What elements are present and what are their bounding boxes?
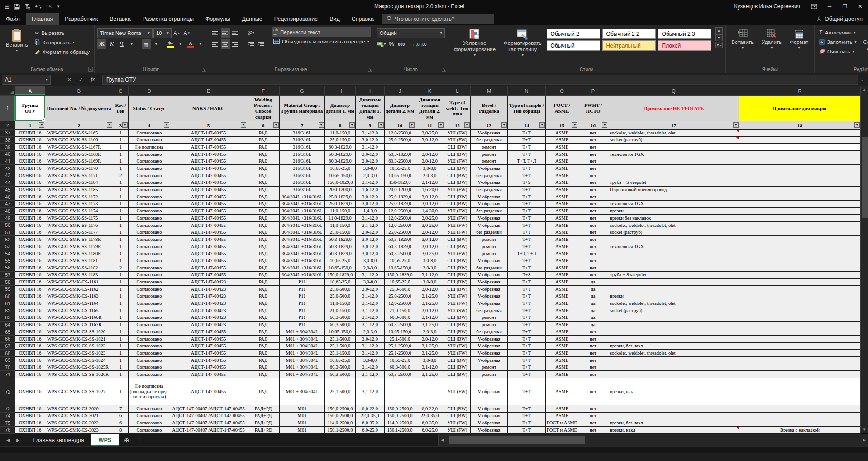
cell-A40[interactable]: ОХНВП 16 [15, 151, 45, 158]
cell-M51[interactable]: без разделки [471, 229, 508, 236]
cell-Q67[interactable]: врезки, без накл [608, 342, 739, 350]
conditional-formatting-button[interactable]: ≠ Условное форматирование▾ [451, 27, 499, 58]
filter-button-R[interactable]: ▼ [854, 122, 860, 128]
cell-B42[interactable]: WPS-GCC-SMK-SS-1170 [45, 165, 113, 172]
cell-E53[interactable]: АЦСТ-147-00455 [170, 243, 247, 250]
cell-J52[interactable]: 60,3-1829,0 [385, 236, 415, 243]
cell-O71[interactable]: ASME [546, 371, 578, 378]
cell-D49[interactable]: Согласовано [129, 215, 170, 222]
cell-R51[interactable] [739, 229, 861, 236]
cell-R71[interactable] [739, 371, 861, 378]
fill-handle[interactable] [42, 118, 45, 121]
cell-H63[interactable]: 60,3-500,0 [325, 314, 356, 321]
cell-Q57[interactable]: труба + Sweepolet [608, 271, 739, 279]
cell-O67[interactable]: ASME [546, 342, 578, 350]
cell-G38[interactable]: 316/316L [280, 136, 325, 144]
cell-Q50[interactable]: sockolet, weldolet, threadolet, olet [608, 221, 739, 229]
cell-N54[interactable]: Т+Т, Т+Л [508, 250, 546, 257]
cell-G57[interactable]: 304/304L +316/316L [280, 271, 325, 279]
cell-D76[interactable]: Согласовано [129, 427, 170, 434]
row-header-69[interactable]: 69 [0, 357, 15, 364]
filter-button-I[interactable]: ▼ [378, 122, 384, 128]
cell-H72[interactable]: 25,1-500,0 [325, 378, 356, 405]
cell-H38[interactable]: 25,0-150,0 [325, 136, 356, 144]
cell-R49[interactable] [739, 215, 861, 222]
cell-F74[interactable]: РАД+РД [247, 412, 280, 419]
filter-button-L[interactable]: ▼ [464, 122, 470, 128]
cell-P54[interactable]: нет [578, 250, 608, 257]
cell-N40[interactable]: Т+Т [508, 151, 546, 158]
cell-H48[interactable]: 11,0-150,0 [325, 207, 356, 215]
header-cell-B[interactable]: Document No. / № документа [45, 96, 113, 121]
filter-button-M[interactable]: ▼ [501, 122, 507, 128]
clear-button[interactable]: Очистить▾ [817, 47, 858, 56]
cell-N58[interactable]: Т+Т [508, 279, 546, 286]
cell-J73[interactable]: 150,0-2500,0 [385, 405, 415, 413]
cell-G66[interactable]: М01 + 304/304L [280, 335, 325, 342]
cell-Q59[interactable] [608, 286, 739, 293]
filter-button-H[interactable]: ▼ [349, 122, 355, 128]
cell-M66[interactable]: V-образная [471, 335, 508, 342]
cell-N70[interactable]: Т+Т [508, 364, 546, 371]
cell-J58[interactable]: 10,65-25,0 [385, 279, 415, 286]
cell-M60[interactable]: V-образная [471, 293, 508, 300]
sheet-tab-WPS[interactable]: WPS [91, 434, 119, 446]
row-header-45[interactable]: 45 [0, 186, 15, 193]
cell-R47[interactable] [739, 200, 861, 207]
cell-O50[interactable]: ASME [546, 221, 578, 229]
filter-button-J[interactable]: ▼ [409, 122, 415, 128]
cell-F48[interactable]: РАД [247, 207, 280, 215]
cell-M42[interactable]: V-образная [471, 165, 508, 172]
cell-P51[interactable]: нет [578, 229, 608, 236]
wrap-text-button[interactable]: ab↩ Перенести текст [272, 27, 371, 37]
cell-P68[interactable]: нет [578, 350, 608, 357]
cell-G69[interactable]: М01 + 304/304L [280, 357, 325, 364]
cell-M54[interactable]: ремонт [471, 250, 508, 257]
cell-C72[interactable]: 1 [113, 378, 129, 405]
cell-J74[interactable]: 150,0-2500,0 [385, 412, 415, 419]
cell-A50[interactable]: ОХНВП 16 [15, 221, 45, 229]
row-header-73[interactable]: 73 [0, 405, 15, 413]
cell-D47[interactable]: Согласовано [129, 200, 170, 207]
cell-A45[interactable]: ОХНВП 16 [15, 186, 45, 193]
cell-M62[interactable]: без разделки [471, 307, 508, 314]
cell-C71[interactable]: 1 [113, 371, 129, 378]
cell-O52[interactable]: ASME [546, 236, 578, 243]
cell-M65[interactable]: без разделки [471, 328, 508, 336]
cell-E61[interactable]: АЦСТ-147-00423 [170, 300, 247, 307]
cell-N64[interactable]: Т+Т [508, 321, 546, 328]
cell-I55[interactable]: 3,0-8,0 [356, 257, 385, 264]
cell-O56[interactable]: ASME [546, 264, 578, 272]
cell-J47[interactable]: 25,0-1829,0 [385, 200, 415, 207]
row-header-64[interactable]: 64 [0, 321, 15, 328]
column-header-N[interactable]: N [508, 86, 546, 96]
row-header-41[interactable]: 41 [0, 158, 15, 165]
underline-dropdown[interactable]: ▾ [127, 39, 136, 49]
cell-G62[interactable]: P11 [280, 307, 325, 314]
tab-splitter[interactable]: ⋮ [135, 434, 145, 446]
cell-Q37[interactable]: sockolet, weldolet, threadolet, olet [608, 130, 739, 137]
cell-I42[interactable]: 3,0-8,0 [356, 165, 385, 172]
cell-N59[interactable]: Т+Т [508, 286, 546, 293]
filter-button-K[interactable]: ▼ [438, 122, 444, 128]
filter-button-F[interactable]: ▼ [273, 122, 279, 128]
cell-B64[interactable]: WPS-GCC-SMK-CS-1167R [45, 321, 113, 328]
cell-C60[interactable]: 1 [113, 293, 129, 300]
header-cell-N[interactable]: Type of sample / Тип образца [508, 96, 546, 121]
cell-H55[interactable]: 10,65-25,0 [325, 257, 356, 264]
cell-C41[interactable]: 1 [113, 158, 129, 165]
name-box[interactable]: A1▾ [2, 75, 51, 85]
cell-P41[interactable]: нет [578, 158, 608, 165]
cell-G55[interactable]: 304/304L +316/316L [280, 257, 325, 264]
row-header-59[interactable]: 59 [0, 286, 15, 293]
cell-A69[interactable]: ОХНВП 16 [15, 357, 45, 364]
cell-L64[interactable]: СШ (BW) [444, 321, 471, 328]
cell-B57[interactable]: WPS-GCC-SMK-SS-1183 [45, 271, 113, 279]
cell-R58[interactable] [739, 279, 861, 286]
cell-M72[interactable]: V-образная [471, 378, 508, 405]
cell-K62[interactable]: 3,0-12,0 [415, 307, 444, 314]
cell-J66[interactable]: 25,1-500,0 [385, 335, 415, 342]
cell-C68[interactable]: 1 [113, 350, 129, 357]
cell-O37[interactable]: ASME [546, 130, 578, 137]
cell-N53[interactable]: Т+Т [508, 243, 546, 250]
